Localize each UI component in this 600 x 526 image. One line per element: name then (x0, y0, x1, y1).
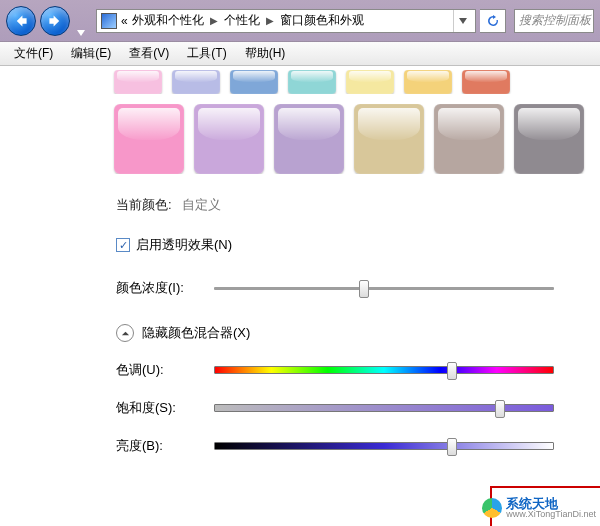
collapse-button[interactable] (116, 324, 134, 342)
watermark-logo-icon (482, 498, 502, 518)
intensity-slider[interactable] (214, 278, 554, 298)
slider-thumb[interactable] (359, 280, 369, 298)
location-icon (101, 13, 117, 29)
nav-history-dropdown[interactable] (74, 6, 88, 36)
menu-help[interactable]: 帮助(H) (237, 43, 294, 64)
hue-slider[interactable] (214, 360, 554, 380)
chevron-right-icon: ▶ (208, 15, 220, 26)
color-swatch[interactable] (434, 104, 504, 174)
color-swatch-row-partial (0, 70, 600, 94)
breadcrumb-prefix: « (121, 14, 128, 28)
arrow-left-icon (14, 14, 28, 28)
brightness-label: 亮度(B): (116, 437, 194, 455)
current-color-value: 自定义 (182, 196, 221, 214)
address-dropdown[interactable] (453, 10, 471, 32)
intensity-row: 颜色浓度(I): (0, 260, 600, 298)
color-swatch[interactable] (346, 70, 394, 94)
slider-thumb[interactable] (495, 400, 505, 418)
breadcrumb-item[interactable]: 外观和个性化 (132, 12, 204, 29)
menu-view[interactable]: 查看(V) (121, 43, 177, 64)
color-swatch[interactable] (514, 104, 584, 174)
current-color-row: 当前颜色: 自定义 (0, 192, 600, 218)
color-swatch[interactable] (274, 104, 344, 174)
breadcrumb-item[interactable]: 窗口颜色和外观 (280, 12, 364, 29)
watermark-url: www.XiTongTianDi.net (506, 510, 596, 519)
color-swatch[interactable] (114, 70, 162, 94)
hue-row: 色调(U): (0, 348, 600, 380)
slider-thumb[interactable] (447, 362, 457, 380)
slider-track (214, 366, 554, 374)
color-swatch[interactable] (288, 70, 336, 94)
current-color-label: 当前颜色: (116, 196, 172, 214)
color-mixer-toggle[interactable]: 隐藏颜色混合器(X) (0, 298, 600, 348)
arrow-right-icon (48, 14, 62, 28)
intensity-label: 颜色浓度(I): (116, 279, 194, 297)
chevron-up-icon (121, 329, 130, 338)
brightness-slider[interactable] (214, 436, 554, 456)
menu-edit[interactable]: 编辑(E) (63, 43, 119, 64)
brightness-row: 亮度(B): (0, 418, 600, 456)
breadcrumb-item[interactable]: 个性化 (224, 12, 260, 29)
address-bar[interactable]: « 外观和个性化 ▶ 个性化 ▶ 窗口颜色和外观 (96, 9, 476, 33)
color-swatch[interactable] (194, 104, 264, 174)
back-button[interactable] (6, 6, 36, 36)
saturation-label: 饱和度(S): (116, 399, 194, 417)
watermark: 系统天地 www.XiTongTianDi.net (480, 490, 600, 526)
color-mixer-label: 隐藏颜色混合器(X) (142, 324, 250, 342)
transparency-label: 启用透明效果(N) (136, 236, 232, 254)
slider-track (214, 442, 554, 450)
content-area: 当前颜色: 自定义 ✓ 启用透明效果(N) 颜色浓度(I): 隐藏颜色混合器(X… (0, 66, 600, 456)
color-swatch[interactable] (230, 70, 278, 94)
menu-tools[interactable]: 工具(T) (179, 43, 234, 64)
transparency-checkbox[interactable]: ✓ (116, 238, 130, 252)
transparency-row: ✓ 启用透明效果(N) (0, 218, 600, 260)
chevron-right-icon: ▶ (264, 15, 276, 26)
slider-thumb[interactable] (447, 438, 457, 456)
window-titlebar: « 外观和个性化 ▶ 个性化 ▶ 窗口颜色和外观 搜索控制面板 (0, 0, 600, 42)
refresh-icon (487, 15, 499, 27)
menubar: 文件(F) 编辑(E) 查看(V) 工具(T) 帮助(H) (0, 42, 600, 66)
watermark-text: 系统天地 www.XiTongTianDi.net (506, 497, 596, 519)
color-swatch-row (0, 104, 600, 174)
color-swatch[interactable] (114, 104, 184, 174)
slider-track (214, 287, 554, 290)
chevron-down-icon (459, 18, 467, 24)
menu-file[interactable]: 文件(F) (6, 43, 61, 64)
hue-label: 色调(U): (116, 361, 194, 379)
color-swatch[interactable] (462, 70, 510, 94)
annotation-line (490, 486, 600, 488)
chevron-down-icon (77, 30, 85, 36)
search-placeholder: 搜索控制面板 (519, 12, 591, 29)
color-swatch[interactable] (404, 70, 452, 94)
saturation-slider[interactable] (214, 398, 554, 418)
color-swatch[interactable] (354, 104, 424, 174)
saturation-row: 饱和度(S): (0, 380, 600, 418)
refresh-button[interactable] (480, 9, 506, 33)
search-input[interactable]: 搜索控制面板 (514, 9, 594, 33)
color-swatch[interactable] (172, 70, 220, 94)
forward-button[interactable] (40, 6, 70, 36)
